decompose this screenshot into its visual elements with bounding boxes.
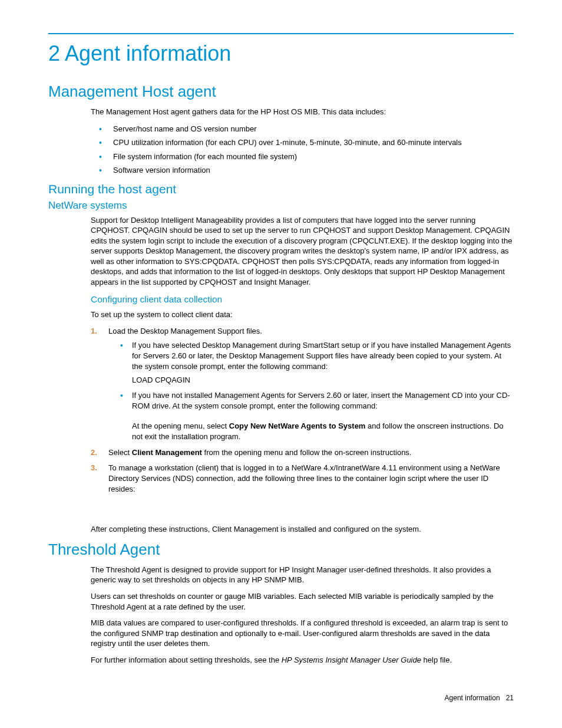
mha-bullets: Server/host name and OS version number C…	[99, 123, 514, 176]
threshold-p4-b: help file.	[421, 655, 452, 664]
footer-page-number: 21	[506, 694, 514, 702]
subsub-netware-systems: NetWare systems	[48, 200, 514, 212]
mha-bullet-1: Server/host name and OS version number	[99, 123, 514, 135]
config-intro: To set up the system to collect client d…	[91, 309, 514, 320]
mha-bullet-2: CPU utilization information (for each CP…	[99, 137, 514, 149]
section-threshold-agent: Threshold Agent	[48, 541, 514, 559]
step-1-b2-text: If you have not installed Management Age…	[132, 391, 510, 410]
footer-label: Agent information	[445, 694, 500, 702]
threshold-p4-a: For further information about setting th…	[91, 655, 282, 664]
chapter-title: 2 Agent information	[48, 41, 514, 66]
step-1-b2-note-bold: Copy New NetWare Agents to System	[229, 421, 366, 430]
step-3: To manage a workstation (client) that is…	[91, 463, 514, 495]
step-2: Select Client Management from the openin…	[91, 447, 514, 458]
step-1-b1-text: If you have selected Desktop Management …	[132, 341, 511, 371]
threshold-p1: The Threshold Agent is designed to provi…	[91, 565, 514, 585]
section-management-host-agent: Management Host agent	[48, 83, 514, 101]
threshold-p4-italic: HP Systems Insight Manager User Guide	[282, 655, 421, 664]
top-rule	[48, 33, 514, 34]
subsub-configuring-client-data: Configuring client data collection	[91, 294, 514, 305]
step-1-bullet-1: If you have selected Desktop Management …	[120, 340, 514, 386]
step-1-b2-note: At the opening menu, select Copy New Net…	[132, 421, 514, 442]
step-1-subbullets: If you have selected Desktop Management …	[120, 340, 514, 443]
mha-bullet-3: File system information (for each mounte…	[99, 151, 514, 163]
mha-intro: The Management Host agent gathers data f…	[91, 107, 514, 117]
config-steps: Load the Desktop Management Support file…	[91, 326, 514, 495]
step-2-b: from the opening menu and follow the on-…	[202, 448, 412, 457]
threshold-p4: For further information about setting th…	[91, 655, 514, 666]
config-closing: After completing these instructions, Cli…	[91, 524, 514, 535]
step-1-text: Load the Desktop Management Support file…	[108, 327, 262, 335]
step-2-bold: Client Management	[132, 448, 202, 457]
threshold-p2: Users can set thresholds on counter or g…	[91, 591, 514, 612]
step-2-a: Select	[108, 448, 132, 457]
step-3-text: To manage a workstation (client) that is…	[108, 463, 500, 493]
threshold-p3: MIB data values are compared to user-con…	[91, 618, 514, 649]
step-1: Load the Desktop Management Support file…	[91, 326, 514, 443]
step-1-b2-note-a: At the opening menu, select	[132, 421, 229, 430]
step-1-b1-cmd: LOAD CPQAGIN	[132, 375, 514, 386]
subsection-running-host-agent: Running the host agent	[48, 182, 514, 196]
page-footer: Agent information 21	[445, 694, 514, 702]
netware-para: Support for Desktop Intelligent Manageab…	[91, 215, 514, 288]
mha-bullet-4: Software version information	[99, 164, 514, 176]
step-1-bullet-2: If you have not installed Management Age…	[120, 390, 514, 443]
